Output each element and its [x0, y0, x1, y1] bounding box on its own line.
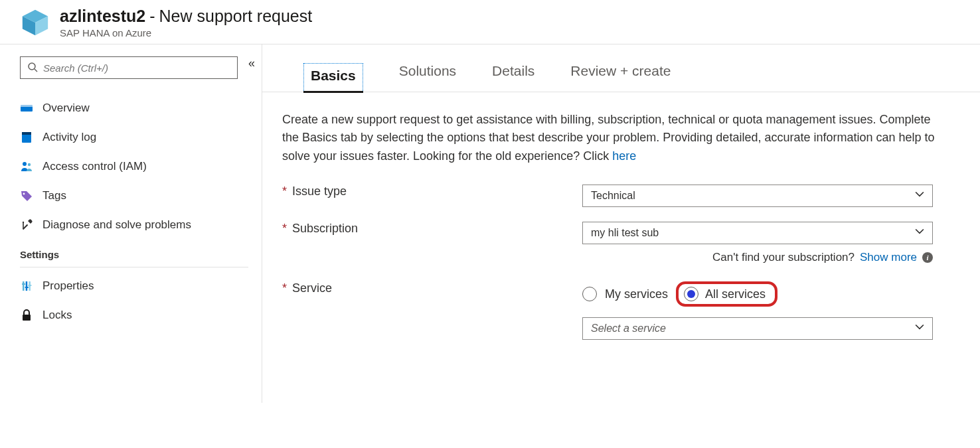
sidebar-item-access-control[interactable]: Access control (IAM): [20, 152, 248, 181]
chevron-down-icon: [915, 190, 924, 202]
page-header: azlintestu2 - New support request SAP HA…: [0, 0, 980, 44]
sidebar-item-properties[interactable]: Properties: [20, 271, 248, 301]
svg-rect-21: [23, 315, 31, 321]
intro-text: Create a new support request to get assi…: [282, 111, 940, 167]
svg-rect-19: [25, 287, 29, 288]
sidebar-section-settings: Settings: [20, 249, 248, 267]
svg-rect-14: [23, 223, 24, 228]
svg-rect-16: [26, 281, 28, 291]
sidebar-item-overview[interactable]: Overview: [20, 94, 248, 123]
svg-point-3: [29, 63, 35, 70]
lock-icon: [20, 309, 33, 322]
title-separator: -: [149, 7, 155, 26]
sidebar-item-label: Locks: [42, 309, 72, 322]
search-input[interactable]: [43, 62, 230, 74]
sidebar-item-label: Tags: [42, 189, 66, 202]
svg-rect-15: [23, 281, 25, 291]
tags-icon: [20, 189, 33, 202]
required-marker: *: [282, 222, 287, 236]
properties-icon: [20, 279, 33, 293]
subscription-value: my hli test sub: [591, 227, 659, 239]
chevron-down-icon: [915, 323, 924, 335]
radio-all-services-label: All services: [705, 287, 766, 301]
sidebar-item-activity-log[interactable]: Activity log: [20, 123, 248, 152]
resource-type-subtitle: SAP HANA on Azure: [60, 27, 312, 38]
tab-details[interactable]: Details: [492, 63, 534, 92]
tab-basics[interactable]: Basics: [303, 63, 363, 92]
resource-name: azlintestu2: [60, 7, 145, 26]
radio-my-services[interactable]: [582, 287, 597, 301]
intro-old-experience-link[interactable]: here: [612, 149, 636, 163]
required-marker: *: [282, 185, 287, 198]
info-icon[interactable]: i: [922, 252, 933, 263]
tab-solutions[interactable]: Solutions: [399, 63, 456, 92]
svg-line-4: [35, 69, 37, 72]
collapse-sidebar-button[interactable]: «: [248, 56, 255, 70]
sidebar-item-locks[interactable]: Locks: [20, 301, 248, 330]
diagnose-icon: [20, 218, 33, 232]
svg-rect-8: [22, 132, 31, 135]
page-title: New support request: [159, 7, 313, 26]
tab-review-create[interactable]: Review + create: [570, 63, 671, 92]
tabs: Basics Solutions Details Review + create: [262, 44, 980, 92]
access-control-icon: [20, 160, 33, 173]
show-more-link[interactable]: Show more: [860, 251, 917, 264]
sidebar-search[interactable]: [20, 56, 238, 79]
activity-log-icon: [20, 131, 33, 144]
svg-rect-20: [28, 285, 31, 286]
service-select[interactable]: Select a service: [582, 317, 933, 340]
sidebar-item-label: Diagnose and solve problems: [42, 218, 191, 232]
radio-my-services-label: My services: [605, 287, 668, 301]
annotation-highlight-all-services: All services: [676, 281, 777, 307]
sidebar-item-label: Access control (IAM): [42, 160, 147, 173]
main-panel: Basics Solutions Details Review + create…: [262, 44, 980, 403]
issue-type-select[interactable]: Technical: [582, 185, 933, 207]
label-subscription: Subscription: [292, 222, 358, 236]
intro-body: Create a new support request to get assi…: [282, 113, 935, 163]
chevron-down-icon: [915, 227, 924, 239]
svg-point-10: [28, 163, 31, 166]
issue-type-value: Technical: [591, 190, 635, 202]
required-marker: *: [282, 281, 287, 295]
cube-icon: [20, 7, 50, 38]
sidebar-item-tags[interactable]: Tags: [20, 181, 248, 210]
svg-point-9: [23, 162, 27, 166]
sidebar: « Overview Activity log Access control (…: [0, 44, 262, 403]
overview-icon: [20, 102, 33, 115]
sidebar-item-label: Overview: [42, 102, 90, 115]
sidebar-item-diagnose[interactable]: Diagnose and solve problems: [20, 210, 248, 240]
subscription-hint-text: Can't find your subscription?: [712, 251, 855, 264]
service-select-placeholder: Select a service: [591, 323, 666, 335]
label-service: Service: [292, 281, 332, 295]
svg-point-13: [23, 222, 24, 223]
svg-rect-6: [21, 105, 33, 107]
label-issue-type: Issue type: [292, 185, 347, 198]
svg-rect-18: [22, 283, 25, 285]
radio-all-services[interactable]: [684, 287, 698, 301]
subscription-select[interactable]: my hli test sub: [582, 222, 933, 244]
svg-point-11: [23, 193, 25, 195]
sidebar-item-label: Activity log: [42, 131, 96, 144]
search-icon: [27, 62, 43, 74]
sidebar-item-label: Properties: [42, 279, 94, 293]
